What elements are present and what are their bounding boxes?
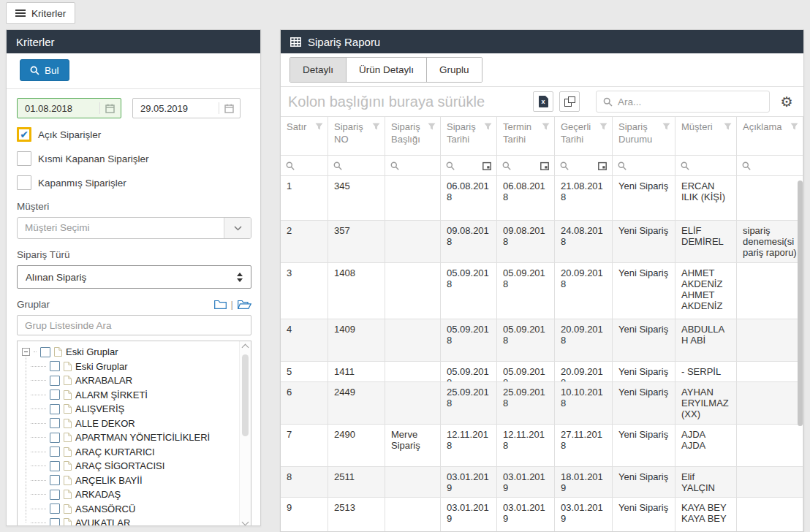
tree-item-label[interactable]: ARAÇ KURTARICI (75, 446, 155, 457)
tree-item[interactable]: ALARM ŞİRKETİ (22, 388, 239, 403)
filter-icon[interactable] (790, 123, 798, 130)
table-row[interactable]: 9251303.01.201903.01.201903.01.2019Yeni … (281, 498, 803, 532)
tree-item-label[interactable]: ALIŞVERİŞ (75, 403, 124, 414)
grid-group-panel[interactable]: Kolon başlığını buraya sürükle x Ara... … (281, 87, 803, 116)
tree-item[interactable]: AKRABALAR (22, 373, 239, 388)
filter-icon[interactable] (724, 123, 732, 130)
tree-item[interactable]: ARAÇ KURTARICI (22, 445, 239, 460)
scroll-down-icon[interactable] (242, 519, 249, 526)
tree-item[interactable]: AVUKATLAR (22, 516, 239, 526)
tree-item-label[interactable]: ARÇELİK BAYİİ (75, 475, 143, 486)
table-row[interactable]: 3140805.09.201805.09.201820.09.2018Yeni … (281, 263, 803, 319)
scroll-up-icon[interactable] (242, 344, 249, 352)
column-filter-cell[interactable] (281, 156, 328, 175)
tree-checkbox[interactable] (50, 461, 60, 471)
tree-item-label[interactable]: AVUKATLAR (75, 517, 130, 526)
column-header[interactable]: Termin Tarihi (497, 117, 555, 155)
calendar-icon[interactable] (598, 162, 607, 170)
tree-checkbox[interactable] (50, 390, 60, 400)
checkbox[interactable] (17, 175, 31, 190)
column-header[interactable]: Sipariş Durumu (613, 117, 675, 155)
tree-item-label[interactable]: ALLE DEKOR (75, 418, 135, 429)
filter-icon[interactable] (662, 123, 670, 130)
date-to-input[interactable]: 29.05.2019 (132, 98, 241, 118)
tab-gruplu[interactable]: Gruplu (427, 58, 482, 82)
column-filter-cell[interactable] (613, 156, 675, 175)
calendar-icon[interactable] (482, 162, 491, 170)
filter-icon[interactable] (484, 123, 492, 130)
order-type-select[interactable]: Alınan Sipariş (17, 265, 251, 289)
column-header[interactable]: Sipariş Başlığı (385, 117, 441, 155)
tree-item-label[interactable]: AKRABALAR (75, 375, 132, 386)
tree-root-item[interactable]: Eski Gruplar (22, 345, 239, 360)
group-search-input[interactable]: Grup Listesinde Ara (17, 315, 251, 335)
column-filter-cell[interactable] (675, 156, 737, 175)
tree-item-label[interactable]: APARTMAN YÖNETİCİLİKLERİ (75, 432, 210, 443)
column-chooser-button[interactable] (559, 91, 580, 112)
column-filter-cell[interactable] (737, 156, 803, 175)
find-button[interactable]: Bul (20, 59, 69, 81)
column-filter-cell[interactable] (555, 156, 613, 175)
date-from-input[interactable]: 01.08.2018 (17, 98, 121, 118)
tab-ürün-detaylı[interactable]: Ürün Detaylı (347, 58, 427, 82)
table-row[interactable]: 6244925.09.201825.09.201810.10.2018Yeni … (281, 382, 803, 425)
table-row[interactable]: 4140905.09.201805.09.201820.09.2018Yeni … (281, 319, 803, 362)
column-header[interactable]: Satır (281, 117, 328, 155)
customer-dropdown-button[interactable] (224, 218, 251, 238)
tree-item-label[interactable]: ALARM ŞİRKETİ (75, 390, 148, 400)
tree-checkbox[interactable] (50, 433, 60, 443)
tree-item[interactable]: ALIŞVERİŞ (22, 402, 239, 417)
column-filter-cell[interactable] (328, 156, 385, 175)
tab-detaylı[interactable]: Detaylı (290, 58, 347, 82)
tree-checkbox[interactable] (50, 503, 60, 514)
column-filter-cell[interactable] (385, 156, 441, 175)
grid-vscroll-thumb[interactable] (798, 180, 803, 426)
table-row[interactable]: 5141105.09.201805.09.201820.09.2018Yeni … (281, 362, 803, 382)
table-row[interactable]: 72490Merve Sipariş12.11.201812.11.201827… (281, 425, 803, 467)
tree-vertical-scrollbar[interactable] (239, 341, 251, 526)
collapse-icon[interactable] (22, 348, 30, 356)
column-header[interactable]: Açıklama (737, 117, 803, 155)
column-header[interactable]: Geçerli Tarihi (555, 117, 613, 155)
tree-checkbox[interactable] (50, 446, 60, 457)
tree-item-label[interactable]: ASANSÖRCÜ (75, 503, 135, 514)
tree-item[interactable]: ARAÇ SİGORTACISI (22, 459, 239, 474)
filter-icon[interactable] (315, 123, 323, 130)
calendar-icon[interactable] (540, 162, 549, 170)
checkbox[interactable] (17, 151, 31, 166)
criteria-toggle-button[interactable]: Kriterler (6, 2, 75, 24)
grid-vertical-scrollbar[interactable] (798, 178, 803, 531)
tree-checkbox[interactable] (50, 376, 60, 386)
tree-checkbox[interactable] (50, 518, 60, 526)
tree-checkbox[interactable] (40, 347, 50, 357)
column-header[interactable]: Müşteri (675, 117, 737, 155)
filter-icon[interactable] (372, 123, 380, 130)
table-row[interactable]: 134506.08.201806.08.201821.08.2018Yeni S… (281, 176, 803, 221)
tree-item[interactable]: ALLE DEKOR (22, 417, 239, 431)
customer-dropdown[interactable]: Müşteri Seçimi (17, 217, 251, 239)
tree-item[interactable]: ARKADAŞ (22, 487, 239, 502)
table-row[interactable]: 235709.08.201809.08.201824.08.2018Yeni S… (281, 221, 803, 263)
grid-search-input[interactable]: Ara... (596, 91, 770, 113)
tree-item-label[interactable]: Eski Gruplar (75, 361, 128, 372)
tree-item[interactable]: APARTMAN YÖNETİCİLİKLERİ (22, 430, 239, 445)
tree-item-label[interactable]: ARKADAŞ (75, 489, 121, 500)
tree-checkbox[interactable] (50, 490, 60, 500)
filter-icon[interactable] (599, 123, 608, 130)
tree-vscroll-thumb[interactable] (242, 354, 249, 436)
column-filter-cell[interactable] (497, 156, 555, 175)
column-header[interactable]: Sipariş Tarihi (441, 117, 497, 155)
settings-button[interactable]: ⚙ (777, 91, 796, 112)
expand-folders-icon[interactable] (238, 300, 251, 309)
tree-item[interactable]: ARÇELİK BAYİİ (22, 474, 239, 488)
calendar-icon[interactable] (105, 104, 115, 113)
tree-item[interactable]: ASANSÖRCÜ (22, 502, 239, 517)
column-filter-cell[interactable] (441, 156, 497, 175)
tree-item-label[interactable]: Eski Gruplar (66, 346, 118, 357)
filter-icon[interactable] (428, 123, 436, 130)
tree-checkbox[interactable] (50, 404, 60, 414)
calendar-icon[interactable] (224, 104, 234, 113)
table-row[interactable]: 8251103.01.201903.01.201918.01.2019Yeni … (281, 467, 803, 498)
tree-checkbox[interactable] (50, 475, 60, 485)
column-header[interactable]: Sipariş NO (328, 117, 385, 155)
